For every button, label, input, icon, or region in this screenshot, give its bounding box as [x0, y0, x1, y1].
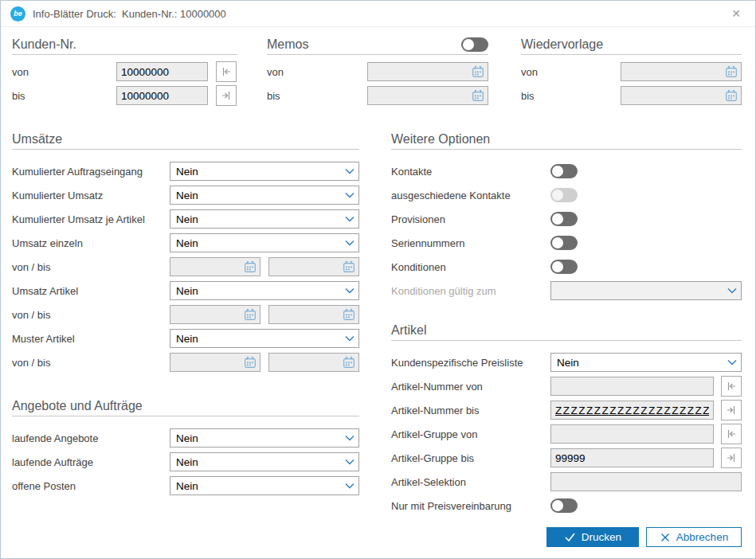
row-label: offene Posten: [12, 480, 170, 492]
row-label: Artikel-Nummer von: [391, 381, 550, 393]
arrow-to-end-icon[interactable]: [721, 448, 742, 468]
section-umsaetze: Umsätze Kumulierter Auftragseingang Nein…: [12, 132, 359, 377]
memos-bis-date-input[interactable]: [367, 86, 488, 105]
kundenspezifische-preisliste-select[interactable]: Nein: [550, 353, 742, 372]
row-label: Artikel-Gruppe von: [391, 428, 550, 440]
angebote-row: offene Posten Nein: [12, 476, 359, 495]
arrow-to-end-icon[interactable]: [721, 400, 742, 420]
kunden-nr-von-input[interactable]: [116, 62, 208, 81]
memos-von-row: von: [267, 62, 488, 81]
section-title-text: Artikel: [391, 323, 426, 338]
provisionen-toggle[interactable]: [550, 212, 578, 226]
drucken-label: Drucken: [582, 531, 621, 543]
muster-artikel-von-date-input[interactable]: [170, 353, 260, 372]
konditionen-toggle[interactable]: [550, 260, 578, 274]
kumulierter-auftragseingang-select[interactable]: Nein: [170, 162, 359, 181]
umsatz-einzeln-bis-date-input[interactable]: [268, 257, 359, 276]
kumulierter-umsatz-je-artikel-select[interactable]: Nein: [170, 209, 359, 229]
seriennummern-toggle[interactable]: [550, 236, 578, 250]
abbrechen-button[interactable]: Abbrechen: [646, 527, 742, 547]
check-icon: [564, 531, 576, 543]
arrow-to-end-icon[interactable]: [216, 85, 237, 106]
section-title: Umsätze: [12, 132, 359, 150]
artikel-nummer-von-row: Artikel-Nummer von: [391, 377, 742, 396]
section-title: Memos: [267, 37, 488, 55]
arrow-to-start-icon[interactable]: [216, 61, 237, 82]
section-title-text: Umsätze: [12, 132, 62, 147]
row-label: Artikel-Gruppe bis: [391, 452, 550, 464]
chevron-down-icon: [344, 285, 355, 296]
wiedervorlage-bis-date-input[interactable]: [621, 86, 742, 105]
ausgeschiedene-kontakte-toggle: [550, 188, 578, 202]
row-label: Umsatz einzeln: [12, 237, 170, 249]
offene-posten-select[interactable]: Nein: [170, 476, 359, 495]
section-title: Weitere Optionen: [391, 132, 742, 150]
chevron-down-icon: [344, 190, 355, 201]
section-title: Artikel: [391, 323, 742, 341]
close-icon[interactable]: ✕: [727, 6, 746, 22]
selected-value: Nein: [176, 285, 344, 297]
artikel-nummer-von-input[interactable]: [550, 377, 714, 396]
umsaetze-vonbis-row: von / bis: [12, 305, 359, 324]
section-artikel: Artikel Kundenspezifische Preisliste Nei…: [391, 323, 742, 520]
umsatz-artikel-von-date-input[interactable]: [170, 305, 260, 324]
nur-mit-preisvereinbarung-toggle[interactable]: [550, 498, 578, 513]
chevron-down-icon: [727, 357, 738, 368]
option-row: Kontakte: [391, 162, 742, 181]
dialog-window: be Info-Blätter Druck: Kunden-Nr.: 10000…: [0, 0, 756, 559]
memos-von-date-input[interactable]: [367, 62, 488, 81]
option-row: Konditionen: [391, 257, 742, 276]
section-angebote-auftraege: Angebote und Aufträge laufende Angebote …: [12, 399, 359, 500]
angebote-row: laufende Aufträge Nein: [12, 452, 359, 471]
row-label: laufende Aufträge: [12, 456, 170, 468]
row-label: von / bis: [12, 261, 170, 273]
titlebar: be Info-Blätter Druck: Kunden-Nr.: 10000…: [1, 1, 755, 27]
selected-value: Nein: [176, 166, 344, 178]
wiedervorlage-von-date-input[interactable]: [621, 62, 742, 81]
artikel-nummer-bis-input[interactable]: [550, 401, 714, 420]
laufende-angebote-select[interactable]: Nein: [170, 428, 359, 448]
row-label: Artikel-Selektion: [391, 476, 550, 488]
selected-value: Nein: [176, 456, 344, 468]
angebote-row: laufende Angebote Nein: [12, 428, 359, 448]
arrow-to-start-icon[interactable]: [721, 376, 742, 397]
row-label: Provisionen: [391, 213, 550, 225]
kunden-nr-bis-row: bis: [12, 86, 237, 105]
umsaetze-vonbis-row: von / bis: [12, 257, 359, 276]
option-row: Seriennummern: [391, 233, 742, 252]
calendar-icon: [244, 260, 257, 273]
memos-toggle[interactable]: [461, 37, 488, 52]
selected-value: Nein: [176, 333, 344, 345]
umsatz-artikel-bis-date-input[interactable]: [268, 305, 359, 324]
kunden-nr-von-row: von: [12, 62, 237, 81]
muster-artikel-bis-date-input[interactable]: [268, 353, 359, 372]
umsatz-einzeln-von-date-input[interactable]: [170, 257, 260, 276]
section-title-text: Angebote und Aufträge: [12, 399, 143, 413]
artikel-gruppe-von-input[interactable]: [550, 424, 714, 444]
memos-bis-row: bis: [267, 86, 488, 105]
calendar-icon: [725, 89, 738, 102]
drucken-button[interactable]: Drucken: [546, 527, 639, 547]
row-label: Umsatz Artikel: [12, 285, 170, 297]
bis-label: bis: [12, 90, 116, 102]
chevron-down-icon: [344, 166, 355, 177]
umsaetze-row: Kumulierter Auftragseingang Nein: [12, 162, 359, 181]
umsatz-einzeln-select[interactable]: Nein: [170, 233, 359, 252]
muster-artikel-select[interactable]: Nein: [170, 329, 359, 348]
abbrechen-label: Abbrechen: [676, 531, 728, 543]
artikel-selektion-input[interactable]: [550, 472, 742, 491]
cancel-x-icon: [660, 532, 671, 543]
row-label: Kundenspezifische Preisliste: [391, 357, 550, 369]
arrow-to-start-icon[interactable]: [721, 424, 742, 444]
laufende-auftraege-select[interactable]: Nein: [170, 452, 359, 471]
artikel-gruppe-von-row: Artikel-Gruppe von: [391, 424, 742, 444]
umsatz-artikel-select[interactable]: Nein: [170, 281, 359, 300]
artikel-gruppe-bis-input[interactable]: [550, 448, 714, 467]
kumulierter-umsatz-select[interactable]: Nein: [170, 186, 359, 205]
wiedervorlage-von-row: von: [521, 62, 742, 81]
bis-label: bis: [521, 90, 621, 102]
kontakte-toggle[interactable]: [550, 164, 578, 178]
kunden-nr-bis-input[interactable]: [116, 86, 208, 105]
row-label: Nur mit Preisvereinbarung: [391, 500, 550, 512]
chevron-down-icon: [344, 237, 355, 248]
